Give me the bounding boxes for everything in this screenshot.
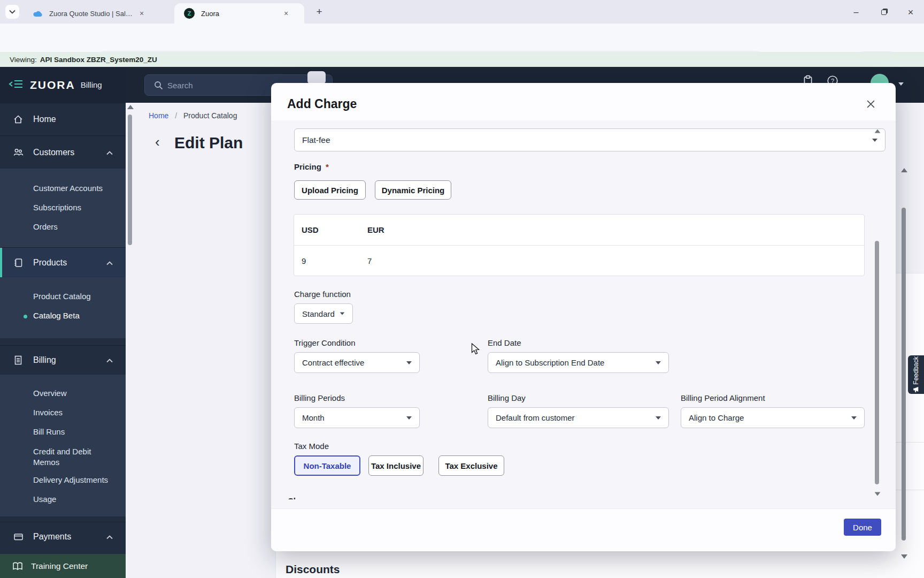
search-icon	[154, 81, 163, 90]
sidebar-item-payments[interactable]: Payments	[0, 522, 126, 551]
price-col-usd: USD	[294, 225, 367, 234]
new-tab-button[interactable]: +	[313, 5, 326, 18]
sidebar-item-credit-debit-memos[interactable]: Credit and Debit Memos	[33, 446, 113, 468]
billing-day-select[interactable]: Default from customer	[488, 407, 669, 428]
scroll-up-icon[interactable]	[127, 105, 134, 109]
search-shortcut-chip	[307, 71, 326, 84]
modal-close-icon[interactable]	[866, 100, 875, 111]
modal-scroll-down-icon[interactable]	[875, 492, 881, 496]
modal-footer: Done	[271, 508, 896, 551]
tax-inclusive-button[interactable]: Tax Inclusive	[368, 455, 424, 476]
salesforce-cloud-icon	[32, 10, 44, 18]
sidebar-item-catalog-beta[interactable]: Catalog Beta	[33, 311, 80, 320]
caret-down-icon	[851, 416, 857, 420]
tab-search-button[interactable]	[5, 5, 19, 19]
customers-subgroup: Customer Accounts Subscriptions Orders	[0, 169, 126, 247]
content-scrollbar[interactable]	[127, 103, 133, 578]
sidebar-item-delivery-adjustments[interactable]: Delivery Adjustments	[33, 475, 108, 484]
mouse-cursor	[471, 343, 481, 356]
sidebar-item-invoices[interactable]: Invoices	[33, 408, 63, 417]
trigger-condition-label: Trigger Condition	[294, 338, 356, 347]
caret-down-icon	[656, 416, 661, 420]
billing-periods-select[interactable]: Month	[294, 407, 420, 428]
window-minimize-button[interactable]: –	[849, 6, 863, 18]
caret-down-icon	[406, 361, 412, 364]
zuora-logo: ZUORA	[30, 79, 75, 92]
restore-icon	[881, 10, 887, 15]
charge-function-select[interactable]: Standard	[294, 303, 353, 324]
sidebar-item-subscriptions[interactable]: Subscriptions	[33, 203, 81, 212]
scroll-up-icon[interactable]	[901, 168, 907, 172]
window-restore-button[interactable]	[877, 6, 891, 18]
modal-scroll-up-icon[interactable]	[875, 129, 881, 133]
zuora-favicon: Z	[184, 8, 195, 19]
tab-zuora[interactable]: Z Zuora ×	[174, 3, 304, 24]
dynamic-pricing-button[interactable]: Dynamic Pricing	[375, 180, 451, 200]
scrollbar-thumb[interactable]	[128, 115, 132, 245]
caret-down-icon	[340, 312, 345, 315]
upload-pricing-button[interactable]: Upload Pricing	[294, 180, 366, 200]
sidebar-collapse-icon[interactable]	[9, 79, 24, 91]
sidebar-item-customers[interactable]: Customers	[0, 135, 126, 169]
charge-function-label: Charge function	[294, 290, 351, 299]
tab-salesforce[interactable]: Zuora Quote Studio | Salesforce ×	[24, 3, 161, 24]
trigger-condition-value: Contract effective	[302, 358, 364, 367]
pricing-label: Pricing *	[294, 162, 329, 171]
sidebar-item-usage[interactable]: Usage	[33, 495, 56, 504]
banner-prefix: Viewing:	[10, 56, 37, 64]
scroll-down-icon[interactable]	[901, 554, 907, 559]
charge-model-select[interactable]: Flat-fee	[294, 128, 886, 151]
trigger-condition-select[interactable]: Contract effective	[294, 352, 420, 373]
chevron-down-icon	[9, 10, 16, 14]
feedback-tab[interactable]: Feedback	[908, 355, 924, 394]
sidebar-item-training-center[interactable]: Training Center	[0, 554, 126, 578]
tab-close-icon[interactable]: ×	[137, 9, 147, 18]
tab-title: Zuora Quote Studio | Salesforce	[49, 10, 135, 18]
billing-subgroup: Overview Invoices Bill Runs Credit and D…	[0, 375, 126, 516]
sidebar-item-label: Home	[33, 115, 56, 124]
sidebar: ZUORA Billing Home Customers Customer Ac…	[0, 67, 126, 578]
back-button[interactable]: ‹	[155, 134, 160, 150]
screen: Zuora Quote Studio | Salesforce × Z Zuor…	[0, 0, 924, 578]
training-label: Training Center	[31, 561, 88, 571]
sidebar-item-billing[interactable]: Billing	[0, 345, 126, 375]
modal-scrollbar-thumb[interactable]	[875, 241, 879, 484]
feedback-label: Feedback	[912, 356, 920, 385]
sidebar-item-home[interactable]: Home	[0, 103, 126, 135]
billing-period-alignment-value: Align to Charge	[689, 413, 744, 422]
breadcrumb-separator: /	[175, 111, 177, 120]
page-scrollbar[interactable]	[900, 161, 908, 567]
required-asterisk: *	[326, 162, 329, 171]
breadcrumb-home-link[interactable]: Home	[149, 111, 168, 120]
billing-period-alignment-select[interactable]: Align to Charge	[681, 407, 865, 428]
browser-toolbar: ← → ⌂ apisandbox.zuora.com/platform/apps…	[0, 24, 924, 52]
sidebar-item-orders[interactable]: Orders	[33, 222, 58, 231]
modal-body	[271, 120, 896, 508]
sidebar-item-customer-accounts[interactable]: Customer Accounts	[33, 184, 103, 193]
end-date-select[interactable]: Align to Subscription End Date	[488, 352, 669, 373]
tax-non-taxable-button[interactable]: Non-Taxable	[294, 455, 360, 476]
tax-exclusive-button[interactable]: Tax Exclusive	[438, 455, 504, 476]
billing-day-value: Default from customer	[496, 413, 575, 422]
sidebar-item-label: Payments	[33, 532, 71, 542]
done-button[interactable]: Done	[844, 519, 881, 536]
sidebar-item-label: Customers	[33, 148, 74, 157]
sidebar-item-bill-runs[interactable]: Bill Runs	[33, 427, 65, 436]
tab-close-icon[interactable]: ×	[281, 9, 291, 18]
price-table-row[interactable]: 9 7	[294, 246, 864, 276]
pricing-label-text: Pricing	[294, 162, 321, 171]
billing-periods-value: Month	[302, 413, 325, 422]
end-date-label: End Date	[488, 338, 521, 347]
page-title: Edit Plan	[174, 134, 243, 152]
sidebar-item-product-catalog[interactable]: Product Catalog	[33, 292, 91, 301]
environment-banner: Viewing: API Sandbox ZBZR_System20_ZU	[0, 52, 924, 67]
caret-down-icon[interactable]	[898, 82, 904, 86]
sidebar-item-products[interactable]: Products	[0, 247, 126, 277]
megaphone-icon	[913, 386, 919, 393]
price-eur-value: 7	[367, 256, 372, 265]
end-date-value: Align to Subscription End Date	[496, 358, 604, 367]
home-icon	[13, 114, 25, 125]
window-close-button[interactable]: ×	[904, 6, 918, 18]
sidebar-item-overview[interactable]: Overview	[33, 389, 67, 398]
scrollbar-thumb[interactable]	[902, 208, 906, 541]
